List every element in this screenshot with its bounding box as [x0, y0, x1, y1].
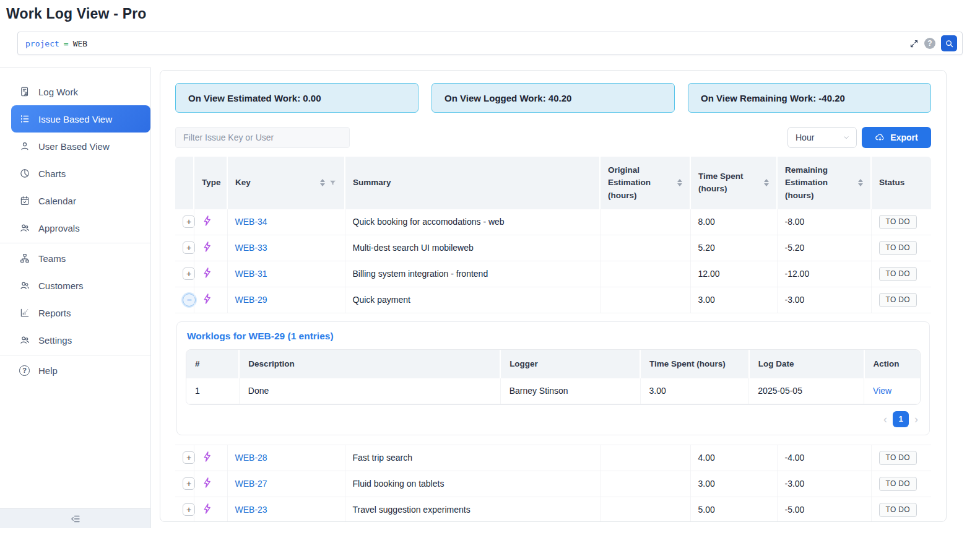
- sort-asc-icon: [677, 179, 682, 182]
- issue-key-link[interactable]: WEB-31: [235, 269, 267, 279]
- issue-summary: Billing system integration - frontend: [345, 261, 600, 287]
- worklog-num: 1: [186, 378, 239, 404]
- sidebar-item-label: Log Work: [38, 87, 78, 97]
- expand-row-button[interactable]: +: [183, 268, 195, 280]
- sort-desc-icon: [677, 183, 682, 186]
- issue-key-link[interactable]: WEB-27: [235, 479, 267, 489]
- status-column-header: Status: [871, 157, 931, 209]
- sidebar-item-customers[interactable]: Customers: [0, 272, 150, 299]
- time-spent-value: 12.00: [690, 261, 777, 287]
- unit-select[interactable]: Hour: [787, 127, 857, 148]
- sort-asc-icon: [858, 179, 863, 182]
- expand-query-button[interactable]: [909, 39, 919, 48]
- worklog-date-column-header: Log Date: [749, 350, 864, 378]
- remaining-estimation-value: -5.00: [777, 497, 871, 522]
- users-icon: [19, 280, 30, 292]
- search-button[interactable]: [941, 35, 957, 51]
- issue-row: + WEB-28 Fast trip search 4.00 -4.00 TO …: [175, 445, 931, 471]
- status-badge: TO DO: [879, 503, 917, 517]
- worklog-description: Done: [239, 378, 500, 404]
- sidebar-item-log-work[interactable]: Log Work: [0, 78, 150, 105]
- status-badge: TO DO: [879, 293, 917, 307]
- unit-select-value: Hour: [796, 133, 814, 142]
- worklog-row: 1 Done Barney Stinson 3.00 2025-05-05 Vi…: [186, 378, 920, 404]
- sidebar-item-calendar[interactable]: Calendar: [0, 187, 150, 214]
- export-label: Export: [890, 133, 917, 142]
- worklog-section: Worklogs for WEB-29 (1 entries): [176, 321, 930, 435]
- sidebar-item-user-based-view[interactable]: User Based View: [0, 133, 150, 160]
- issue-key-link[interactable]: WEB-33: [235, 243, 267, 253]
- expand-row-button[interactable]: +: [183, 241, 195, 254]
- sidebar-item-approvals[interactable]: Approvals: [0, 214, 150, 241]
- user-settings-icon: [19, 334, 30, 346]
- sidebar-item-teams[interactable]: Teams: [0, 245, 150, 272]
- sidebar-item-label: Customers: [38, 281, 84, 291]
- status-badge: TO DO: [879, 451, 917, 465]
- sidebar-item-reports[interactable]: Reports: [0, 299, 150, 326]
- worklog-logger-column-header: Logger: [500, 350, 640, 378]
- sidebar-item-label: Teams: [38, 253, 66, 264]
- sidebar-collapse-button[interactable]: [0, 508, 150, 528]
- sidebar-item-label: Approvals: [38, 223, 80, 233]
- remaining-sort-toggle[interactable]: [858, 179, 863, 186]
- logged-work-label: On View Logged Work: 40.20: [444, 93, 571, 103]
- sidebar-item-settings[interactable]: Settings: [0, 326, 150, 354]
- jql-query-text[interactable]: project = WEB: [25, 39, 87, 48]
- issue-type-icon: [202, 451, 214, 463]
- worklog-expanded-row: Worklogs for WEB-29 (1 entries): [175, 313, 931, 445]
- original-estimation-value: [600, 445, 690, 471]
- worklog-view-link[interactable]: View: [873, 386, 891, 396]
- query-help-icon[interactable]: ?: [924, 38, 935, 49]
- pagination-next-icon[interactable]: ›: [914, 414, 918, 425]
- sidebar-item-charts[interactable]: Charts: [0, 160, 150, 187]
- jql-query-bar[interactable]: project = WEB ?: [17, 32, 963, 55]
- sidebar: Log Work Issue Based View User Based Vie…: [0, 67, 151, 528]
- expand-row-button[interactable]: +: [183, 215, 195, 228]
- issue-key-link[interactable]: WEB-34: [235, 217, 267, 227]
- issue-type-icon: [202, 293, 214, 305]
- logged-work-card: On View Logged Work: 40.20: [431, 83, 675, 113]
- original-estimation-column-header: Original Estimation (hours): [600, 157, 690, 209]
- sort-desc-icon: [764, 183, 769, 186]
- expand-row-button[interactable]: +: [183, 477, 195, 490]
- expand-row-button[interactable]: +: [183, 451, 195, 464]
- time-spent-value: 3.00: [690, 471, 777, 497]
- export-button[interactable]: Export: [862, 127, 931, 148]
- sidebar-item-label: Charts: [38, 168, 66, 179]
- remaining-estimation-value: -4.00: [777, 445, 871, 471]
- sidebar-item-issue-based-view[interactable]: Issue Based View: [11, 105, 150, 133]
- time-spent-value: 4.00: [690, 445, 777, 471]
- time-spent-value: 8.00: [690, 209, 777, 235]
- filter-input[interactable]: [175, 127, 350, 148]
- org-chart-icon: [19, 253, 30, 264]
- remaining-work-label: On View Remaining Work: -40.20: [701, 93, 845, 103]
- issue-summary: Quick payment: [345, 287, 600, 313]
- issue-type-icon: [202, 241, 214, 253]
- jql-operator-token: =: [64, 39, 69, 48]
- pagination-page-1[interactable]: 1: [893, 411, 909, 427]
- estimated-work-card: On View Estimated Work: 0.00: [175, 83, 418, 113]
- original-sort-toggle[interactable]: [677, 179, 682, 186]
- remaining-work-card: On View Remaining Work: -40.20: [688, 83, 931, 113]
- sidebar-item-help[interactable]: ? Help: [0, 357, 150, 384]
- pagination-prev-icon[interactable]: ‹: [883, 414, 887, 425]
- worklog-logger: Barney Stinson: [500, 378, 640, 404]
- issue-key-link[interactable]: WEB-28: [235, 453, 267, 463]
- worklog-table: # Description Logger Time Spent (hours) …: [186, 350, 920, 404]
- key-filter-icon[interactable]: [329, 179, 337, 187]
- status-badge: TO DO: [879, 215, 917, 229]
- time-spent-value: 5.00: [690, 497, 777, 522]
- spent-sort-toggle[interactable]: [764, 179, 769, 186]
- original-estimation-value: [600, 287, 690, 313]
- worklog-pagination: ‹ 1 ›: [186, 411, 918, 427]
- collapse-sidebar-icon: [70, 513, 81, 524]
- original-estimation-value: [600, 209, 690, 235]
- worklog-section-title: Worklogs for WEB-29 (1 entries): [187, 331, 921, 342]
- issue-key-link[interactable]: WEB-23: [235, 505, 267, 515]
- key-column-header: Key: [227, 157, 345, 209]
- expand-row-button[interactable]: +: [183, 503, 195, 516]
- issue-key-link[interactable]: WEB-29: [235, 295, 267, 305]
- key-sort-toggle[interactable]: [320, 179, 325, 186]
- sort-desc-icon: [858, 183, 863, 186]
- main-content: On View Estimated Work: 0.00 On View Log…: [151, 67, 980, 528]
